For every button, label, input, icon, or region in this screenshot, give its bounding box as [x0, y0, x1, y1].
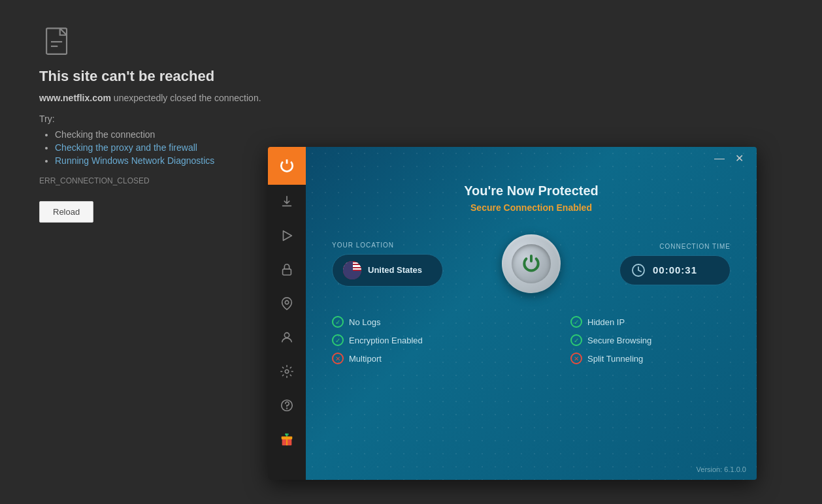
vpn-content: You're Now Protected Secure Connection E… — [306, 170, 757, 480]
features-right: ✓ Hidden IP ✓ Secure Browsing ✕ Split Tu… — [570, 316, 731, 371]
split-tunneling-x: ✕ — [570, 353, 582, 364]
svg-point-6 — [285, 300, 289, 304]
svg-rect-5 — [283, 269, 291, 275]
sidebar-download-button[interactable] — [268, 185, 306, 219]
sidebar-lock-button[interactable] — [268, 253, 306, 287]
us-flag — [343, 261, 361, 279]
power-button[interactable] — [268, 147, 306, 185]
time-pill: 00:00:31 — [619, 255, 731, 285]
location-pill[interactable]: United States — [332, 254, 443, 287]
secure-subtitle: Secure Connection Enabled — [470, 202, 592, 213]
features-left: ✓ No Logs ✓ Encryption Enabled ✕ Multipo… — [332, 316, 492, 371]
split-tunneling-label: Split Tunneling — [587, 354, 643, 364]
svg-point-7 — [284, 333, 289, 338]
svg-marker-4 — [284, 231, 292, 241]
feature-encryption: ✓ Encryption Enabled — [332, 334, 492, 346]
suggestion-2-link[interactable]: Checking the proxy and the firewall — [55, 142, 197, 153]
secure-browsing-label: Secure Browsing — [587, 336, 651, 345]
feature-multiport: ✕ Multiport — [332, 353, 492, 364]
hidden-ip-check: ✓ — [570, 316, 582, 328]
vpn-window: — ✕ You're Now Protected Secure Connecti… — [268, 147, 757, 480]
time-value: 00:00:31 — [653, 264, 697, 276]
feature-secure-browsing: ✓ Secure Browsing — [570, 334, 731, 346]
features-row: ✓ No Logs ✓ Encryption Enabled ✕ Multipo… — [332, 316, 731, 371]
sidebar-location-button[interactable] — [268, 287, 306, 321]
feature-no-logs: ✓ No Logs — [332, 316, 492, 328]
protected-title: You're Now Protected — [464, 183, 599, 198]
sidebar-gift-button[interactable] — [268, 422, 306, 456]
svg-point-8 — [285, 370, 289, 373]
time-label: CONNECTION TIME — [659, 243, 731, 250]
vpn-titlebar: — ✕ — [306, 147, 757, 170]
multiport-label: Multiport — [349, 354, 382, 364]
sidebar-help-button[interactable] — [268, 388, 306, 422]
no-logs-label: No Logs — [349, 317, 380, 327]
close-button[interactable]: ✕ — [730, 152, 749, 165]
error-try-label: Try: — [39, 114, 783, 124]
power-outer-ring[interactable] — [502, 234, 561, 293]
encryption-check: ✓ — [332, 334, 344, 346]
error-file-icon — [39, 26, 783, 68]
error-subtitle-text: unexpectedly closed the connection. — [114, 93, 261, 103]
location-section: YOUR LOCATION United States — [332, 242, 485, 287]
svg-point-10 — [287, 408, 288, 409]
feature-hidden-ip: ✓ Hidden IP — [570, 316, 731, 328]
sidebar-settings-button[interactable] — [268, 354, 306, 388]
error-domain: www.netflix.com — [39, 93, 111, 103]
error-subtitle: www.netflix.com unexpectedly closed the … — [39, 93, 783, 103]
vpn-power-circle[interactable] — [499, 231, 564, 296]
no-logs-check: ✓ — [332, 316, 344, 328]
suggestion-3-link[interactable]: Running Windows Network Diagnostics — [55, 155, 214, 166]
suggestion-1: Checking the connection — [55, 129, 783, 140]
encryption-label: Encryption Enabled — [349, 336, 423, 345]
vpn-main-panel: — ✕ You're Now Protected Secure Connecti… — [306, 147, 757, 480]
hidden-ip-label: Hidden IP — [587, 317, 625, 327]
reload-button[interactable]: Reload — [39, 201, 93, 223]
version-text: Version: 6.1.0.0 — [697, 465, 746, 473]
feature-split-tunneling: ✕ Split Tunneling — [570, 353, 731, 364]
sidebar-play-button[interactable] — [268, 219, 306, 253]
time-section: CONNECTION TIME 00:00:31 — [577, 243, 731, 285]
vpn-sidebar — [268, 147, 306, 480]
multiport-x: ✕ — [332, 353, 344, 364]
vpn-info-row: YOUR LOCATION United States — [332, 231, 731, 296]
svg-rect-13 — [286, 436, 288, 445]
error-title: This site can't be reached — [39, 68, 783, 85]
sidebar-profile-button[interactable] — [268, 321, 306, 354]
location-label: YOUR LOCATION — [332, 242, 485, 249]
minimize-button[interactable]: — — [709, 152, 730, 165]
location-value: United States — [368, 265, 422, 275]
power-inner-btn[interactable] — [512, 244, 551, 283]
secure-browsing-check: ✓ — [570, 334, 582, 346]
clock-icon — [631, 262, 646, 278]
